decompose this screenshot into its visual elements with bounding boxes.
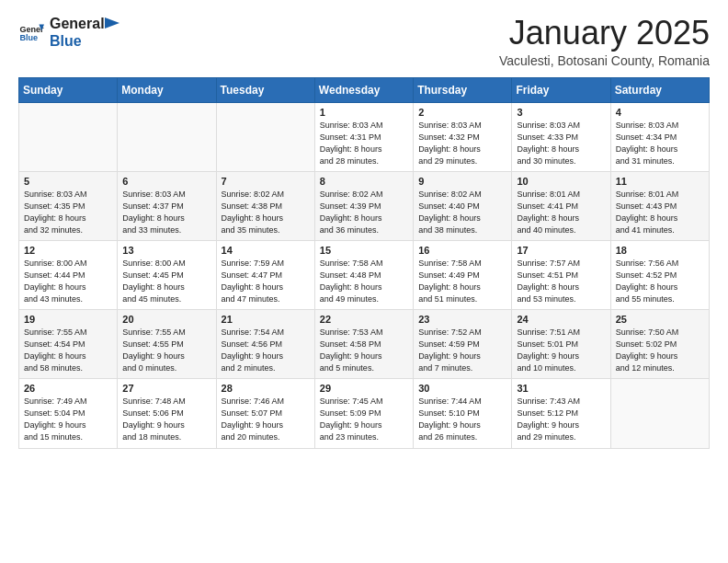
month-title: January 2025	[499, 15, 710, 52]
calendar-cell	[610, 379, 709, 448]
calendar-cell: 24Sunrise: 7:51 AM Sunset: 5:01 PM Dayli…	[512, 310, 610, 379]
day-number: 24	[517, 314, 605, 325]
logo-flag-icon	[103, 16, 123, 36]
calendar-cell: 14Sunrise: 7:59 AM Sunset: 4:47 PM Dayli…	[216, 240, 314, 309]
day-info: Sunrise: 7:55 AM Sunset: 4:55 PM Dayligh…	[122, 327, 210, 374]
day-info: Sunrise: 8:03 AM Sunset: 4:32 PM Dayligh…	[418, 120, 506, 167]
calendar-cell: 20Sunrise: 7:55 AM Sunset: 4:55 PM Dayli…	[118, 310, 216, 379]
calendar-cell: 18Sunrise: 7:56 AM Sunset: 4:52 PM Dayli…	[610, 240, 709, 309]
day-info: Sunrise: 7:54 AM Sunset: 4:56 PM Dayligh…	[222, 327, 310, 374]
weekday-header-wednesday: Wednesday	[314, 77, 413, 102]
location-subtitle: Vaculesti, Botosani County, Romania	[499, 53, 710, 68]
page-header: General Blue General Blue January 2025 V…	[18, 15, 710, 68]
calendar-cell	[19, 102, 118, 171]
day-info: Sunrise: 7:55 AM Sunset: 4:54 PM Dayligh…	[24, 327, 112, 374]
day-number: 8	[320, 176, 408, 187]
calendar-cell: 19Sunrise: 7:55 AM Sunset: 4:54 PM Dayli…	[19, 310, 118, 379]
calendar-cell: 21Sunrise: 7:54 AM Sunset: 4:56 PM Dayli…	[216, 310, 314, 379]
day-info: Sunrise: 8:03 AM Sunset: 4:33 PM Dayligh…	[517, 120, 605, 167]
day-number: 31	[517, 383, 605, 394]
day-info: Sunrise: 8:00 AM Sunset: 4:44 PM Dayligh…	[24, 258, 112, 305]
day-info: Sunrise: 8:01 AM Sunset: 4:41 PM Dayligh…	[517, 189, 605, 236]
calendar-cell: 8Sunrise: 8:02 AM Sunset: 4:39 PM Daylig…	[314, 171, 413, 240]
day-number: 6	[122, 176, 210, 187]
calendar-week-row: 12Sunrise: 8:00 AM Sunset: 4:44 PM Dayli…	[19, 240, 710, 309]
day-number: 4	[616, 107, 704, 118]
svg-text:Blue: Blue	[19, 33, 38, 42]
calendar-cell	[118, 102, 216, 171]
calendar-cell: 26Sunrise: 7:49 AM Sunset: 5:04 PM Dayli…	[19, 379, 118, 448]
calendar-cell: 2Sunrise: 8:03 AM Sunset: 4:32 PM Daylig…	[414, 102, 512, 171]
calendar-cell: 23Sunrise: 7:52 AM Sunset: 4:59 PM Dayli…	[414, 310, 512, 379]
weekday-header-thursday: Thursday	[414, 77, 512, 102]
calendar-cell: 29Sunrise: 7:45 AM Sunset: 5:09 PM Dayli…	[314, 379, 413, 448]
day-info: Sunrise: 8:02 AM Sunset: 4:40 PM Dayligh…	[418, 189, 506, 236]
calendar-cell: 15Sunrise: 7:58 AM Sunset: 4:48 PM Dayli…	[314, 240, 413, 309]
day-info: Sunrise: 7:51 AM Sunset: 5:01 PM Dayligh…	[517, 327, 605, 374]
calendar-cell: 3Sunrise: 8:03 AM Sunset: 4:33 PM Daylig…	[512, 102, 610, 171]
calendar-cell: 16Sunrise: 7:58 AM Sunset: 4:49 PM Dayli…	[414, 240, 512, 309]
day-number: 1	[320, 107, 408, 118]
day-number: 2	[418, 107, 506, 118]
calendar-cell: 27Sunrise: 7:48 AM Sunset: 5:06 PM Dayli…	[118, 379, 216, 448]
calendar-cell: 13Sunrise: 8:00 AM Sunset: 4:45 PM Dayli…	[118, 240, 216, 309]
day-number: 16	[418, 245, 506, 256]
weekday-header-row: SundayMondayTuesdayWednesdayThursdayFrid…	[19, 77, 710, 102]
weekday-header-monday: Monday	[118, 77, 216, 102]
day-number: 29	[320, 383, 408, 394]
day-info: Sunrise: 7:43 AM Sunset: 5:12 PM Dayligh…	[517, 396, 605, 443]
logo-icon: General Blue	[18, 19, 44, 45]
day-number: 17	[517, 245, 605, 256]
calendar-cell: 17Sunrise: 7:57 AM Sunset: 4:51 PM Dayli…	[512, 240, 610, 309]
calendar-cell: 12Sunrise: 8:00 AM Sunset: 4:44 PM Dayli…	[19, 240, 118, 309]
day-number: 3	[517, 107, 605, 118]
svg-marker-3	[105, 17, 119, 29]
day-number: 9	[418, 176, 506, 187]
calendar-cell	[216, 102, 314, 171]
weekday-header-sunday: Sunday	[19, 77, 118, 102]
day-info: Sunrise: 7:46 AM Sunset: 5:07 PM Dayligh…	[222, 396, 310, 443]
day-number: 15	[320, 245, 408, 256]
day-number: 18	[616, 245, 704, 256]
day-info: Sunrise: 8:03 AM Sunset: 4:31 PM Dayligh…	[320, 120, 408, 167]
day-number: 21	[222, 314, 310, 325]
day-info: Sunrise: 7:48 AM Sunset: 5:06 PM Dayligh…	[122, 396, 210, 443]
logo-blue: Blue	[50, 32, 105, 50]
day-number: 11	[616, 176, 704, 187]
day-info: Sunrise: 7:50 AM Sunset: 5:02 PM Dayligh…	[616, 327, 704, 374]
day-info: Sunrise: 8:03 AM Sunset: 4:35 PM Dayligh…	[24, 189, 112, 236]
day-info: Sunrise: 7:56 AM Sunset: 4:52 PM Dayligh…	[616, 258, 704, 305]
calendar-cell: 30Sunrise: 7:44 AM Sunset: 5:10 PM Dayli…	[414, 379, 512, 448]
day-info: Sunrise: 7:59 AM Sunset: 4:47 PM Dayligh…	[222, 258, 310, 305]
day-number: 27	[122, 383, 210, 394]
day-info: Sunrise: 8:00 AM Sunset: 4:45 PM Dayligh…	[122, 258, 210, 305]
title-block: January 2025 Vaculesti, Botosani County,…	[499, 15, 710, 68]
calendar-cell: 22Sunrise: 7:53 AM Sunset: 4:58 PM Dayli…	[314, 310, 413, 379]
day-number: 7	[222, 176, 310, 187]
calendar-cell: 6Sunrise: 8:03 AM Sunset: 4:37 PM Daylig…	[118, 171, 216, 240]
day-number: 12	[24, 245, 112, 256]
calendar-cell: 4Sunrise: 8:03 AM Sunset: 4:34 PM Daylig…	[610, 102, 709, 171]
calendar-week-row: 19Sunrise: 7:55 AM Sunset: 4:54 PM Dayli…	[19, 310, 710, 379]
logo-general: General	[50, 15, 105, 32]
day-number: 23	[418, 314, 506, 325]
day-number: 30	[418, 383, 506, 394]
calendar-table: SundayMondayTuesdayWednesdayThursdayFrid…	[18, 77, 710, 449]
day-number: 10	[517, 176, 605, 187]
day-number: 22	[320, 314, 408, 325]
calendar-cell: 11Sunrise: 8:01 AM Sunset: 4:43 PM Dayli…	[610, 171, 709, 240]
day-info: Sunrise: 7:53 AM Sunset: 4:58 PM Dayligh…	[320, 327, 408, 374]
calendar-week-row: 1Sunrise: 8:03 AM Sunset: 4:31 PM Daylig…	[19, 102, 710, 171]
day-number: 5	[24, 176, 112, 187]
day-info: Sunrise: 8:02 AM Sunset: 4:38 PM Dayligh…	[222, 189, 310, 236]
day-number: 14	[222, 245, 310, 256]
weekday-header-tuesday: Tuesday	[216, 77, 314, 102]
calendar-week-row: 5Sunrise: 8:03 AM Sunset: 4:35 PM Daylig…	[19, 171, 710, 240]
day-number: 20	[122, 314, 210, 325]
logo: General Blue General Blue	[18, 15, 123, 50]
day-info: Sunrise: 8:03 AM Sunset: 4:37 PM Dayligh…	[122, 189, 210, 236]
calendar-cell: 28Sunrise: 7:46 AM Sunset: 5:07 PM Dayli…	[216, 379, 314, 448]
day-number: 25	[616, 314, 704, 325]
day-info: Sunrise: 7:58 AM Sunset: 4:49 PM Dayligh…	[418, 258, 506, 305]
day-info: Sunrise: 7:52 AM Sunset: 4:59 PM Dayligh…	[418, 327, 506, 374]
